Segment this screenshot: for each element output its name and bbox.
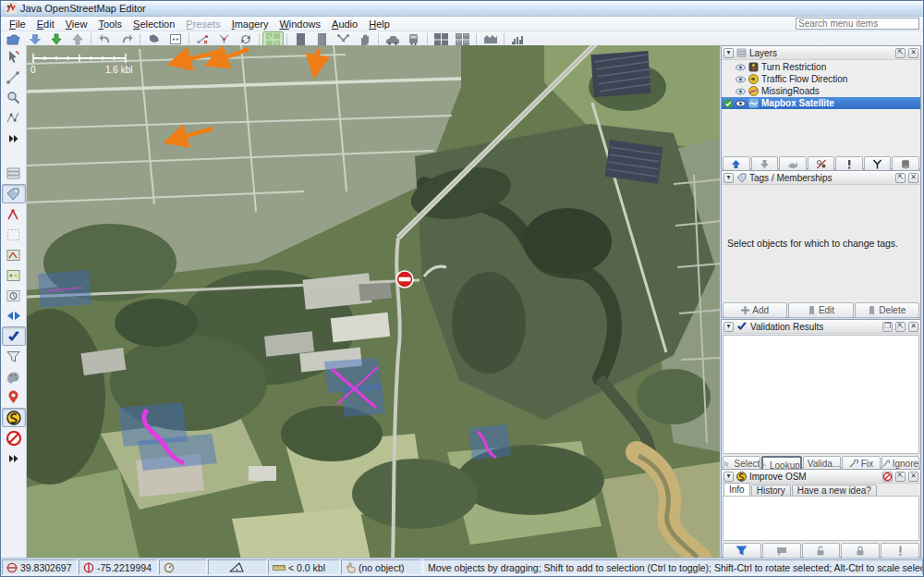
layer-row-turn-restriction[interactable]: Turn Restriction <box>722 61 920 73</box>
heading-field <box>159 559 207 575</box>
add-tag-button[interactable]: Add <box>723 302 787 318</box>
visibility-eye-icon[interactable] <box>736 88 746 95</box>
dock-tags-icon[interactable]: ⇱ <box>895 173 906 183</box>
close-layers-icon[interactable]: ✕ <box>908 48 918 58</box>
layers-panel-title: Layers <box>749 48 893 58</box>
validation-panel: ▾ Validation Results ❐ ⇱ ✕ Select Lookup… <box>721 319 921 468</box>
edit-tag-button[interactable]: Edit <box>788 302 853 318</box>
validation-results-list[interactable] <box>723 335 919 454</box>
command-stack-dialog-button[interactable] <box>2 265 26 285</box>
longitude-field: -75.2219994 <box>79 559 158 575</box>
map-canvas[interactable]: 0 1.6 kbl <box>27 45 722 559</box>
selection-dialog-button[interactable] <box>2 225 26 244</box>
delete-tag-button[interactable]: Delete <box>855 302 919 318</box>
close-tags-icon[interactable]: ✕ <box>908 173 918 183</box>
layer-name: Traffic Flow Direction <box>761 74 847 84</box>
dock-layers-icon[interactable]: ⇱ <box>895 48 906 58</box>
layer-row-mapbox-satellite[interactable]: Mapbox Satellite <box>722 97 920 109</box>
tags-empty-message: Select objects for which to change tags. <box>727 238 898 249</box>
latitude-field: 39.8302697 <box>2 559 78 575</box>
layers-dialog-button[interactable] <box>2 164 26 183</box>
active-layer-check-icon <box>723 99 733 108</box>
collapse-tags-icon[interactable]: ▾ <box>723 173 734 183</box>
relation-dialog-button[interactable] <box>2 204 26 224</box>
window-title: Java OpenStreetMap Editor <box>20 3 146 14</box>
improveosm-unlock-button[interactable] <box>802 543 841 559</box>
help-text: Move objects by dragging; Shift to add t… <box>423 559 923 575</box>
menu-search-input[interactable] <box>796 18 919 30</box>
edit-toolbar <box>1 45 27 558</box>
improve-way-accuracy-tool-button[interactable] <box>2 108 26 128</box>
turn-restriction-marker <box>396 271 413 288</box>
improveosm-disable-icon[interactable] <box>882 472 893 482</box>
scout-sign-icon <box>736 472 747 482</box>
history-dialog-button[interactable] <box>2 286 26 305</box>
menu-imagery[interactable]: Imagery <box>226 18 274 30</box>
layer-row-missingroads[interactable]: MissingRoads <box>722 85 920 97</box>
more-tools-button[interactable] <box>2 129 26 148</box>
map-style-dialog-button[interactable] <box>2 245 26 264</box>
improveosm-info-content <box>723 496 919 541</box>
improveosm-filter-button[interactable] <box>723 543 761 559</box>
draw-node-tool-button[interactable] <box>2 68 26 87</box>
collapse-improveosm-icon[interactable]: ▾ <box>723 472 734 482</box>
detach-validation-icon[interactable]: ❐ <box>882 322 893 332</box>
angle-field <box>208 559 267 575</box>
conflict-dialog-button[interactable] <box>2 306 26 325</box>
layer-name: Turn Restriction <box>761 62 826 72</box>
menu-tools[interactable]: Tools <box>92 18 128 30</box>
map-paint-dialog-button[interactable] <box>2 367 26 387</box>
validation-panel-title: Validation Results <box>750 322 880 332</box>
tab-have-a-new-idea[interactable]: Have a new idea? <box>792 485 877 496</box>
menu-view[interactable]: View <box>60 18 93 30</box>
zoom-tool-button[interactable] <box>2 88 26 107</box>
dock-improveosm-icon[interactable]: ⇱ <box>895 472 906 482</box>
collapse-validation-icon[interactable]: ▾ <box>723 322 734 332</box>
improveosm-comment-button[interactable] <box>762 543 801 559</box>
menu-windows[interactable]: Windows <box>274 18 326 30</box>
improveosm-panel-title: Improve OSM <box>749 472 880 482</box>
tags-panel: ▾ Tags / Memberships ⇱ ✕ Select objects … <box>721 170 921 318</box>
more-dialogs-button[interactable] <box>2 448 26 468</box>
close-improveosm-icon[interactable]: ✕ <box>908 472 918 482</box>
layer-list: Turn Restriction Traffic Flow Direction … <box>722 60 920 155</box>
tags-dialog-button[interactable] <box>2 184 26 203</box>
dock-validation-icon[interactable]: ⇱ <box>895 322 906 332</box>
improveosm-flag-button[interactable] <box>881 543 919 559</box>
menu-edit[interactable]: Edit <box>31 18 60 30</box>
menu-file[interactable]: File <box>4 18 31 30</box>
distance-value: < 0.0 kbl <box>288 562 325 573</box>
move-tool-button[interactable] <box>2 47 26 67</box>
visibility-eye-icon[interactable] <box>736 100 746 107</box>
scout-sign-dialog-button[interactable] <box>2 408 26 427</box>
visibility-eye-icon[interactable] <box>736 76 746 83</box>
josm-window: Java OpenStreetMap Editor File Edit View… <box>0 0 924 577</box>
tags-panel-title: Tags / Memberships <box>749 173 893 183</box>
distance-field: < 0.0 kbl <box>268 559 340 575</box>
menu-selection[interactable]: Selection <box>128 18 180 30</box>
layer-name: Mapbox Satellite <box>761 98 834 108</box>
menu-audio[interactable]: Audio <box>326 18 363 30</box>
object-field: (no object) <box>341 559 422 575</box>
validator-dialog-button[interactable] <box>2 326 26 346</box>
menu-help[interactable]: Help <box>363 18 395 30</box>
missingroads-layer-icon <box>748 86 759 96</box>
dialog-column: ▾ Layers ⇱ ✕ Turn Restriction Traffic Fl <box>720 45 923 559</box>
marker-dialog-button[interactable] <box>2 387 26 407</box>
collapse-layers-icon[interactable]: ▾ <box>723 48 734 58</box>
satellite-imagery: 0 1.6 kbl <box>27 45 722 559</box>
filter-dialog-button[interactable] <box>2 347 26 366</box>
visibility-eye-icon[interactable] <box>736 64 746 71</box>
latitude-value: 39.8302697 <box>20 562 71 573</box>
layers-panel: ▾ Layers ⇱ ✕ Turn Restriction Traffic Fl <box>721 45 921 169</box>
angle-icon <box>229 562 244 572</box>
title-bar: Java OpenStreetMap Editor <box>1 1 923 17</box>
layer-row-traffic-flow[interactable]: Traffic Flow Direction <box>722 73 920 85</box>
turn-restriction-dialog-button[interactable] <box>2 428 26 448</box>
latitude-icon <box>6 562 18 573</box>
improveosm-lock-button[interactable] <box>841 543 880 559</box>
heading-clock-icon <box>164 562 175 573</box>
tab-info[interactable]: Info <box>723 483 750 496</box>
tab-history[interactable]: History <box>751 485 791 496</box>
close-validation-icon[interactable]: ✕ <box>908 322 918 332</box>
